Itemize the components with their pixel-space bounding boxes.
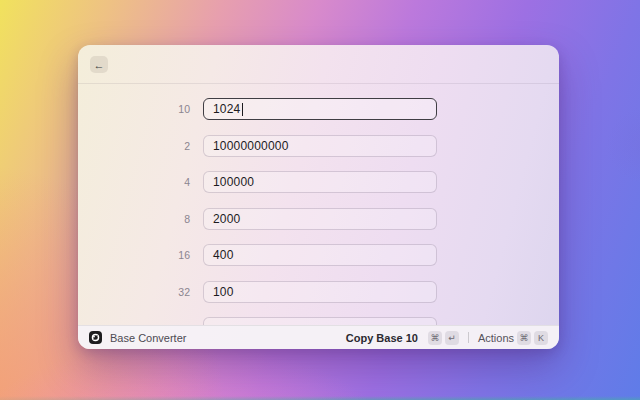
return-key-icon: ↵ <box>445 331 459 345</box>
cmd-key-icon: ⌘ <box>517 331 531 345</box>
base-2-input[interactable]: 10000000000 <box>203 135 437 157</box>
row-partial <box>78 317 559 325</box>
base-32-label: 32 <box>78 286 190 298</box>
action-bar: Base Converter Copy Base 10 ⌘ ↵ Actions … <box>78 325 559 349</box>
base-2-label: 2 <box>78 140 190 152</box>
row-base-32: 32 100 <box>78 281 559 303</box>
base-32-value: 100 <box>213 285 234 299</box>
base-16-input[interactable]: 400 <box>203 244 437 266</box>
base-8-label: 8 <box>78 213 190 225</box>
footer-divider <box>468 332 469 343</box>
base-32-input[interactable]: 100 <box>203 281 437 303</box>
base-converter-window: ← 10 1024 2 10000000000 4 100000 8 2000 <box>78 45 559 349</box>
row-base-8: 8 2000 <box>78 208 559 230</box>
back-button[interactable]: ← <box>90 56 108 73</box>
base-2-value: 10000000000 <box>213 139 289 153</box>
base-4-label: 4 <box>78 176 190 188</box>
conversion-list: 10 1024 2 10000000000 4 100000 8 2000 16 <box>78 85 559 325</box>
k-key-icon: K <box>534 331 548 345</box>
base-16-value: 400 <box>213 248 234 262</box>
base-converter-icon <box>89 331 102 344</box>
base-10-label: 10 <box>78 103 190 115</box>
copy-base-10-button[interactable]: Copy Base 10 <box>346 332 418 344</box>
base-8-value: 2000 <box>213 212 241 226</box>
row-base-10: 10 1024 <box>78 98 559 120</box>
back-arrow-icon: ← <box>94 59 105 71</box>
row-base-4: 4 100000 <box>78 171 559 193</box>
text-caret <box>242 103 244 116</box>
titlebar: ← <box>78 45 559 84</box>
partial-input[interactable] <box>203 317 437 325</box>
app-name: Base Converter <box>110 332 186 344</box>
actions-button[interactable]: Actions <box>478 332 514 344</box>
cmd-key-icon: ⌘ <box>428 331 442 345</box>
base-8-input[interactable]: 2000 <box>203 208 437 230</box>
base-10-input[interactable]: 1024 <box>203 98 437 120</box>
base-10-value: 1024 <box>213 102 241 116</box>
row-base-16: 16 400 <box>78 244 559 266</box>
base-4-value: 100000 <box>213 175 254 189</box>
base-4-input[interactable]: 100000 <box>203 171 437 193</box>
base-16-label: 16 <box>78 249 190 261</box>
row-base-2: 2 10000000000 <box>78 135 559 157</box>
